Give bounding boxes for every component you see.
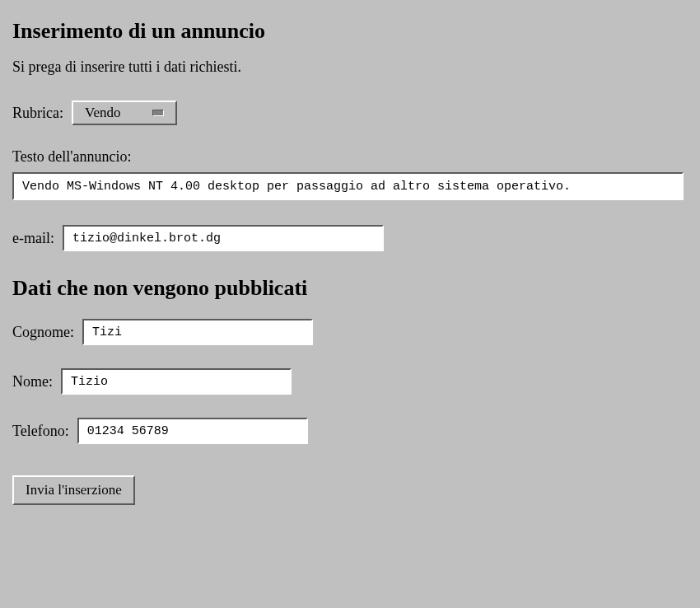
testo-input[interactable]: [12, 172, 684, 200]
section-heading-private: Dati che non vengono pubblicati: [12, 276, 688, 301]
email-label: e-mail:: [12, 230, 54, 247]
cognome-label: Cognome:: [12, 324, 74, 341]
testo-label: Testo dell'annuncio:: [12, 148, 688, 166]
nome-label: Nome:: [12, 373, 53, 391]
telefono-label: Telefono:: [12, 423, 69, 440]
dropdown-indicator-icon: [152, 110, 164, 116]
telefono-input[interactable]: [77, 418, 308, 444]
rubrica-select[interactable]: Vendo: [72, 101, 177, 125]
submit-button[interactable]: Invia l'inserzione: [12, 475, 135, 505]
cognome-input[interactable]: [82, 319, 313, 345]
rubrica-selected-value: Vendo: [85, 105, 120, 121]
page-title: Inserimento di un annuncio: [12, 19, 688, 44]
intro-text: Si prega di inserire tutti i dati richie…: [12, 58, 688, 76]
email-input[interactable]: [63, 225, 384, 251]
rubrica-label: Rubrica:: [12, 105, 63, 122]
nome-input[interactable]: [61, 368, 292, 395]
